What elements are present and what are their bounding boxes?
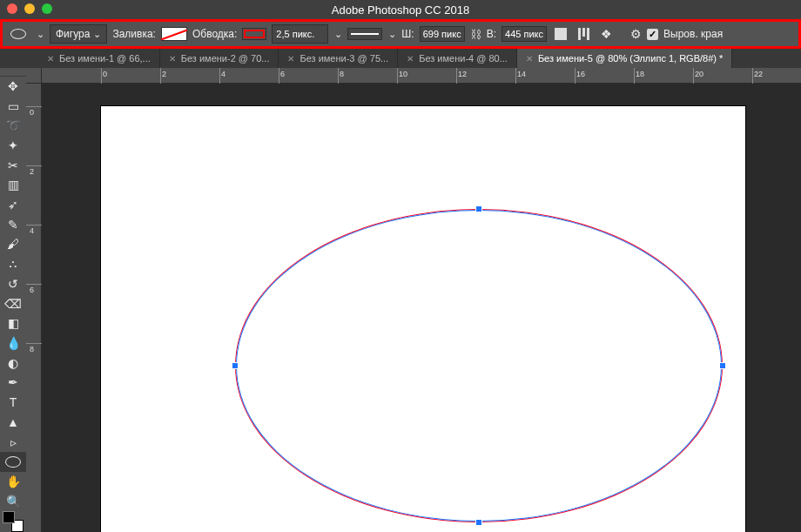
canvas-viewport[interactable]: [42, 84, 801, 532]
hand-tool[interactable]: ✋: [0, 472, 26, 492]
marquee-tool[interactable]: ▭: [0, 96, 26, 116]
transform-handle-left[interactable]: [232, 362, 239, 369]
type-tool[interactable]: T: [0, 393, 26, 413]
tab-label: Без имени-5 @ 80% (Эллипс 1, RGB/8#) *: [538, 53, 723, 64]
fill-label: Заливка:: [112, 28, 156, 40]
align-edges-checkbox[interactable]: ✓: [647, 29, 658, 40]
document-tab[interactable]: ✕ Без имени-1 @ 66,...: [38, 49, 160, 68]
app-title: Adobe Photoshop CC 2018: [332, 3, 469, 17]
ellipse-path: [236, 210, 722, 522]
lasso-tool[interactable]: ➰: [0, 116, 26, 136]
close-icon[interactable]: ✕: [407, 54, 414, 64]
tab-label: Без имени-3 @ 75...: [300, 53, 388, 64]
fill-swatch[interactable]: [161, 27, 187, 41]
pen-tool[interactable]: ✒: [0, 373, 26, 393]
document-tab[interactable]: ✕ Без имени-2 @ 70...: [160, 49, 279, 68]
link-wh-icon[interactable]: ⛓: [470, 28, 481, 41]
tool-mode-select[interactable]: Фигура ⌄: [50, 24, 107, 44]
move-tool[interactable]: ✥: [0, 77, 26, 97]
tab-label: Без имени-4 @ 80...: [419, 53, 508, 64]
width-label: Ш:: [401, 28, 414, 40]
options-bar: ⌄ Фигура ⌄ Заливка: Обводка: ⌄ ⌄ Ш: ⛓ В:…: [0, 19, 801, 49]
height-input[interactable]: [501, 26, 547, 42]
chevron-down-icon: ⌄: [93, 29, 101, 40]
path-operations-button[interactable]: [552, 25, 569, 43]
transform-handle-top[interactable]: [475, 205, 482, 212]
width-input[interactable]: [420, 26, 465, 42]
gradient-tool[interactable]: ◧: [0, 313, 26, 333]
transform-handle-right[interactable]: [719, 362, 726, 369]
tool-mode-label: Фигура: [56, 28, 90, 40]
blur-tool[interactable]: 💧: [0, 333, 26, 354]
stroke-style-select[interactable]: [347, 28, 382, 40]
zoom-tool[interactable]: 🔍: [0, 491, 26, 511]
document-tab-bar: ✕ Без имени-1 @ 66,... ✕ Без имени-2 @ 7…: [0, 49, 801, 68]
height-label: В:: [487, 28, 496, 40]
foreground-background-colors[interactable]: [0, 511, 26, 532]
geometry-options-button[interactable]: ⚙: [630, 27, 642, 41]
stroke-width-dropdown[interactable]: ⌄: [333, 29, 342, 40]
minimize-window-button[interactable]: [24, 3, 35, 14]
ellipse-icon: [5, 456, 21, 468]
healing-brush-tool[interactable]: ✎: [0, 214, 26, 234]
toolbox: ✥ ▭ ➰ ✦ ✂ ▥ ➶ ✎ 🖌 ⛬ ↺ ⌫ ◧ 💧 ◐ ✒ T ▲ ▹ ✋ …: [0, 68, 26, 532]
magic-wand-tool[interactable]: ✦: [0, 136, 26, 156]
document-tab[interactable]: ✕ Без имени-3 @ 75...: [279, 49, 398, 68]
frame-tool[interactable]: ▥: [0, 175, 26, 195]
close-icon[interactable]: ✕: [287, 54, 294, 64]
align-edges-label: Выров. края: [663, 28, 723, 40]
path-select-tool[interactable]: ▲: [0, 412, 26, 432]
close-icon[interactable]: ✕: [169, 54, 176, 64]
direct-select-tool[interactable]: ▹: [0, 432, 26, 452]
workspace: 024681012141618202224 02468: [26, 68, 801, 532]
close-window-button[interactable]: [7, 3, 17, 14]
history-brush-tool[interactable]: ↺: [0, 274, 26, 294]
ruler-horizontal[interactable]: 024681012141618202224: [42, 68, 801, 84]
active-tool-indicator[interactable]: [6, 24, 30, 44]
close-icon[interactable]: ✕: [47, 54, 54, 64]
window-controls: [7, 3, 52, 14]
tab-label: Без имени-2 @ 70...: [181, 53, 270, 64]
stamp-tool[interactable]: ⛬: [0, 254, 26, 274]
stroke-width-field[interactable]: [272, 24, 328, 44]
document-tab[interactable]: ✕ Без имени-4 @ 80...: [398, 49, 517, 68]
stroke-label: Обводка:: [192, 28, 237, 40]
window-titlebar: Adobe Photoshop CC 2018: [0, 0, 801, 19]
stroke-style-dropdown[interactable]: ⌄: [387, 29, 396, 40]
transform-handle-bottom[interactable]: [475, 519, 482, 526]
ellipse-tool[interactable]: [0, 452, 26, 472]
brush-tool[interactable]: 🖌: [0, 234, 26, 254]
path-arrangement-button[interactable]: ❖: [597, 25, 615, 43]
eraser-tool[interactable]: ⌫: [0, 293, 26, 313]
close-icon[interactable]: ✕: [526, 54, 533, 64]
dodge-tool[interactable]: ◐: [0, 353, 26, 373]
eyedropper-tool[interactable]: ➶: [0, 195, 26, 215]
stroke-swatch[interactable]: [242, 28, 266, 40]
document-canvas[interactable]: [101, 106, 745, 532]
maximize-window-button[interactable]: [42, 3, 52, 14]
tab-label: Без имени-1 @ 66,...: [59, 53, 151, 64]
ruler-corner: [26, 68, 42, 84]
ellipse-shape-selection[interactable]: [235, 209, 723, 522]
ellipse-icon: [10, 29, 26, 39]
path-alignment-button[interactable]: [575, 25, 592, 43]
tool-preset-dropdown[interactable]: ⌄: [36, 29, 44, 40]
stroke-width-input[interactable]: [276, 26, 324, 42]
crop-tool[interactable]: ✂: [0, 155, 26, 175]
ruler-vertical[interactable]: 02468: [26, 84, 42, 532]
toolbox-grip[interactable]: [0, 68, 26, 77]
document-tab-active[interactable]: ✕ Без имени-5 @ 80% (Эллипс 1, RGB/8#) *: [517, 49, 732, 68]
